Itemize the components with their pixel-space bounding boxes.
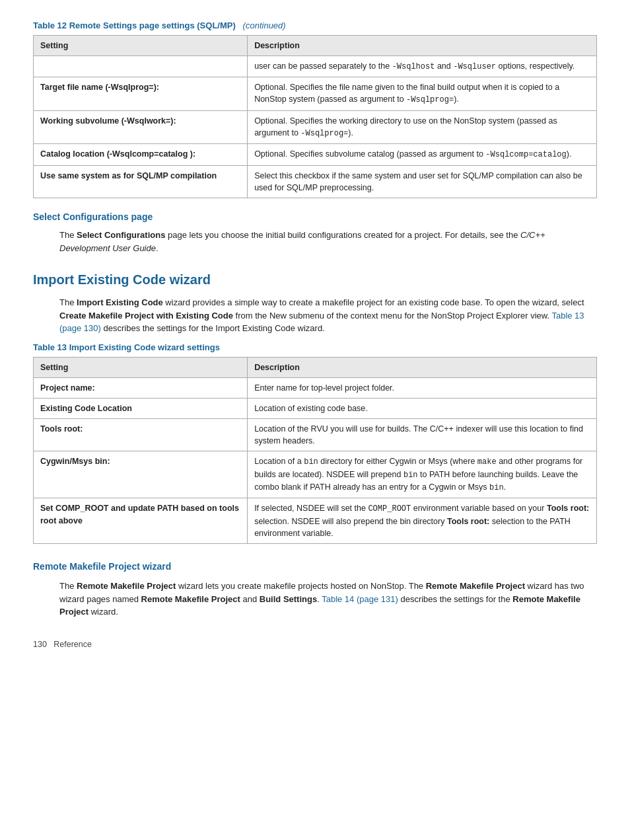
table13-col1-header: Setting	[34, 357, 248, 377]
table12-col1-header: Setting	[34, 35, 248, 56]
table-row: Use same system as for SQL/MP compilatio…	[34, 165, 597, 198]
table13-desc-cell: Location of the RVU you will use for bui…	[248, 419, 597, 451]
remote-bold3: Remote Makefile Project	[141, 594, 240, 604]
table-row: user can be passed separately to the -Ws…	[34, 56, 597, 77]
table-row: Set COMP_ROOT and update PATH based on t…	[34, 498, 597, 544]
table12: Setting Description user can be passed s…	[33, 35, 597, 198]
table-row: Working subvolume (-Wsqlwork=):Optional.…	[34, 110, 597, 144]
import-bold1: Import Existing Code	[77, 297, 163, 307]
table-row: Project name:Enter name for top-level pr…	[34, 377, 597, 398]
remote-makefile-heading: Remote Makefile Project wizard	[33, 560, 597, 573]
table13-desc-cell: Location of a bin directory for either C…	[248, 451, 597, 498]
table12-setting-cell: Use same system as for SQL/MP compilatio…	[34, 165, 248, 198]
import-existing-code-para: The Import Existing Code wizard provides…	[59, 296, 597, 335]
table12-col2-header: Description	[248, 35, 597, 56]
remote-bold2: Remote Makefile Project	[426, 581, 525, 591]
select-configurations-bold: Select Configurations	[77, 230, 165, 240]
remote-bold5: Remote Makefile Project	[59, 594, 580, 617]
table13-desc-cell: Location of existing code base.	[248, 398, 597, 418]
table14-link[interactable]: Table 14 (page 131)	[322, 594, 398, 604]
table12-setting-cell: Catalog location (-Wsqlcomp=catalog ):	[34, 144, 248, 165]
table13-desc-cell: Enter name for top-level project folder.	[248, 377, 597, 398]
table-row: Tools root:Location of the RVU you will …	[34, 419, 597, 451]
footer-label: Reference	[53, 640, 92, 649]
table12-desc-cell: Select this checkbox if the same system …	[248, 165, 597, 198]
table13-setting-cell: Cygwin/Msys bin:	[34, 451, 248, 498]
table13-setting-cell: Existing Code Location	[34, 398, 248, 418]
table13-col2-header: Description	[248, 357, 597, 377]
page-footer: 130 Reference	[33, 638, 597, 650]
table12-setting-cell	[34, 56, 248, 77]
select-configurations-heading: Select Configurations page	[33, 210, 597, 223]
table13-setting-cell: Project name:	[34, 377, 248, 398]
table-row: Cygwin/Msys bin:Location of a bin direct…	[34, 451, 597, 498]
remote-bold4: Build Settings	[260, 594, 317, 604]
remote-bold1: Remote Makefile Project	[77, 581, 176, 591]
table12-desc-cell: Optional. Specifies subvolume catalog (p…	[248, 144, 597, 165]
table12-desc-cell: Optional. Specifies the file name given …	[248, 77, 597, 111]
table13-setting-cell: Tools root:	[34, 419, 248, 451]
table12-setting-cell: Target file name (-Wsqlprog=):	[34, 77, 248, 111]
select-configurations-para: The Select Configurations page lets you …	[59, 229, 597, 254]
table13-setting-cell: Set COMP_ROOT and update PATH based on t…	[34, 498, 248, 544]
import-bold2: Create Makefile Project with Existing Co…	[59, 311, 233, 321]
table-row: Existing Code LocationLocation of existi…	[34, 398, 597, 418]
import-existing-code-heading: Import Existing Code wizard	[33, 270, 597, 289]
table12-desc-cell: Optional. Specifies the working director…	[248, 110, 597, 144]
table13: Setting Description Project name:Enter n…	[33, 357, 597, 544]
page-number: 130	[33, 640, 47, 649]
table12-title: Table 12 Remote Settings page settings (…	[33, 20, 597, 32]
table-row: Target file name (-Wsqlprog=):Optional. …	[34, 77, 597, 111]
table13-desc-cell: If selected, NSDEE will set the COMP_ROO…	[248, 498, 597, 544]
table12-setting-cell: Working subvolume (-Wsqlwork=):	[34, 110, 248, 144]
table12-continued: (continued)	[243, 20, 286, 30]
table12-desc-cell: user can be passed separately to the -Ws…	[248, 56, 597, 77]
table13-title: Table 13 Import Existing Code wizard set…	[33, 342, 597, 354]
table-row: Catalog location (-Wsqlcomp=catalog ):Op…	[34, 144, 597, 165]
table12-title-text: Table 12 Remote Settings page settings (…	[33, 20, 236, 30]
remote-makefile-para: The Remote Makefile Project wizard lets …	[59, 580, 597, 619]
